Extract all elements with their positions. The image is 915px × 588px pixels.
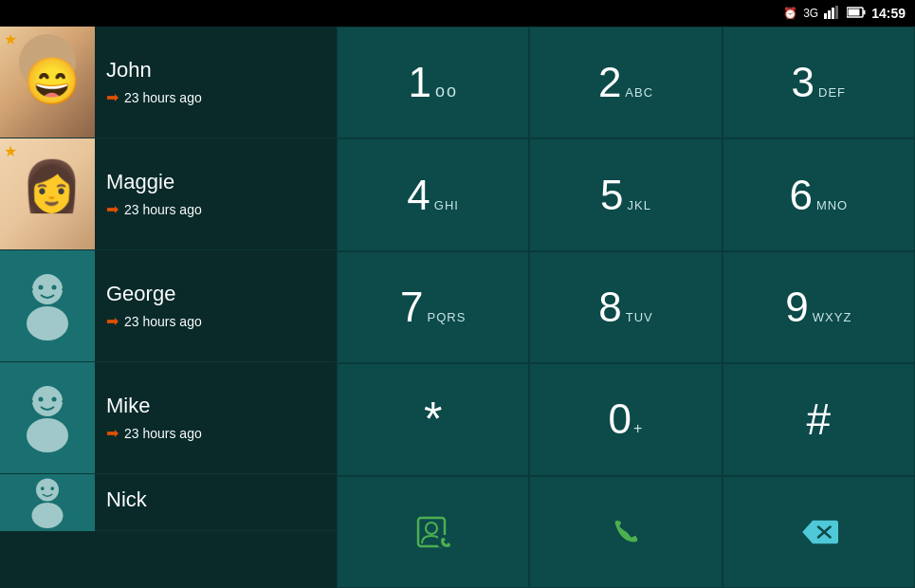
svg-rect-2 <box>832 8 834 19</box>
arrow-icon-mike: ➡ <box>106 424 119 442</box>
delete-icon <box>798 517 838 547</box>
key-number-5: 5 <box>600 175 623 216</box>
dial-key-star[interactable]: * <box>337 363 529 475</box>
svg-point-12 <box>27 418 68 452</box>
contact-item-george[interactable]: George ➡ 23 hours ago <box>0 250 337 362</box>
key-letters-4: GHI <box>434 198 459 212</box>
svg-point-16 <box>32 503 64 528</box>
dial-key-0[interactable]: 0 + <box>529 363 722 475</box>
key-letters-1: oo <box>435 82 458 101</box>
contact-time-mike: ➡ 23 hours ago <box>106 424 325 442</box>
contact-info-george: George ➡ 23 hours ago <box>95 282 337 330</box>
star-john: ★ <box>4 30 17 48</box>
svg-point-13 <box>39 396 44 401</box>
contact-info-nick: Nick <box>95 487 337 518</box>
dial-key-1[interactable]: 1 oo <box>337 27 529 138</box>
avatar-george <box>0 250 95 361</box>
contact-item-mike[interactable]: Mike ➡ 23 hours ago <box>0 362 337 474</box>
contact-item-john[interactable]: ★ John ➡ 23 hours ago <box>0 27 337 138</box>
key-number-8: 8 <box>598 286 621 328</box>
key-number-hash: # <box>807 397 832 441</box>
svg-rect-3 <box>835 6 838 19</box>
status-bar: ⏰ 3G 14:59 <box>0 0 915 27</box>
contacts-icon <box>413 512 453 552</box>
avatar-maggie: ★ <box>0 138 95 249</box>
svg-point-11 <box>32 386 63 416</box>
contact-name-george: George <box>106 282 325 306</box>
arrow-icon-maggie: ➡ <box>106 200 119 218</box>
svg-rect-5 <box>864 9 866 14</box>
dialpad: 1 oo 2 ABC 3 DEF 4 GHI <box>337 27 915 588</box>
call-icon <box>608 514 644 550</box>
dial-key-hash[interactable]: # <box>723 363 915 475</box>
key-number-0: 0 <box>609 398 631 440</box>
contact-info-mike: Mike ➡ 23 hours ago <box>95 394 337 442</box>
time-ago-george: 23 hours ago <box>124 314 202 329</box>
svg-point-15 <box>36 478 59 501</box>
contact-info-john: John ➡ 23 hours ago <box>95 58 337 106</box>
action-contacts-button[interactable] <box>337 476 529 588</box>
svg-point-7 <box>32 274 63 304</box>
key-number-7: 7 <box>400 286 423 328</box>
contact-info-maggie: Maggie ➡ 23 hours ago <box>95 170 337 218</box>
3g-icon: 3G <box>803 7 818 20</box>
svg-rect-0 <box>824 13 827 19</box>
contact-item-maggie[interactable]: ★ Maggie ➡ 23 hours ago <box>0 138 337 250</box>
arrow-icon-george: ➡ <box>106 312 119 330</box>
key-letters-5: JKL <box>628 198 651 212</box>
svg-rect-1 <box>828 10 831 19</box>
svg-point-20 <box>426 523 437 534</box>
key-number-1: 1 <box>408 62 430 103</box>
star-maggie: ★ <box>4 142 17 160</box>
contact-name-john: John <box>106 58 325 83</box>
arrow-icon-john: ➡ <box>106 88 119 106</box>
time-ago-maggie: 23 hours ago <box>124 202 202 217</box>
contact-name-mike: Mike <box>106 394 325 418</box>
contact-time-george: ➡ 23 hours ago <box>106 312 325 330</box>
dial-key-9[interactable]: 9 WXYZ <box>723 251 915 363</box>
svg-point-10 <box>52 285 57 289</box>
contact-time-john: ➡ 23 hours ago <box>106 88 325 106</box>
svg-rect-6 <box>849 9 860 15</box>
svg-point-17 <box>41 487 45 490</box>
avatar-nick <box>0 474 95 531</box>
contact-name-maggie: Maggie <box>106 170 325 194</box>
avatar-john: ★ <box>0 27 95 138</box>
avatar-mike <box>0 362 95 473</box>
key-letters-6: MNO <box>816 198 848 212</box>
svg-point-8 <box>27 306 68 340</box>
action-delete-button[interactable] <box>723 476 915 588</box>
main-layout: ★ John ➡ 23 hours ago ★ Maggie ➡ 23 hour… <box>0 27 915 588</box>
key-letters-0: + <box>633 420 643 437</box>
key-number-6: 6 <box>789 175 812 216</box>
dial-key-3[interactable]: 3 DEF <box>723 27 915 138</box>
dial-key-4[interactable]: 4 GHI <box>337 138 529 250</box>
key-letters-9: WXYZ <box>813 310 852 324</box>
signal-icon <box>824 6 841 22</box>
key-number-2: 2 <box>598 62 621 103</box>
dial-key-7[interactable]: 7 PQRS <box>337 251 529 363</box>
dial-key-6[interactable]: 6 MNO <box>723 138 915 250</box>
key-letters-3: DEF <box>818 85 846 100</box>
key-letters-2: ABC <box>625 85 653 100</box>
contact-time-maggie: ➡ 23 hours ago <box>106 200 325 218</box>
key-letters-8: TUV <box>626 310 653 324</box>
time-ago-mike: 23 hours ago <box>124 426 202 441</box>
contact-item-nick[interactable]: Nick <box>0 474 337 531</box>
action-call-button[interactable] <box>529 476 722 588</box>
key-number-star: * <box>424 395 442 443</box>
svg-point-9 <box>39 285 44 289</box>
svg-point-18 <box>50 487 54 490</box>
contacts-panel: ★ John ➡ 23 hours ago ★ Maggie ➡ 23 hour… <box>0 27 337 588</box>
time-display: 14:59 <box>871 6 906 21</box>
dial-key-5[interactable]: 5 JKL <box>529 138 722 250</box>
time-ago-john: 23 hours ago <box>124 90 202 105</box>
contact-name-nick: Nick <box>106 487 325 512</box>
battery-icon <box>847 7 866 21</box>
key-letters-7: PQRS <box>427 310 466 324</box>
dial-key-2[interactable]: 2 ABC <box>529 27 722 138</box>
svg-point-14 <box>52 396 57 401</box>
dial-key-8[interactable]: 8 TUV <box>529 251 722 363</box>
key-number-3: 3 <box>792 62 814 103</box>
clock-icon: ⏰ <box>783 7 797 20</box>
